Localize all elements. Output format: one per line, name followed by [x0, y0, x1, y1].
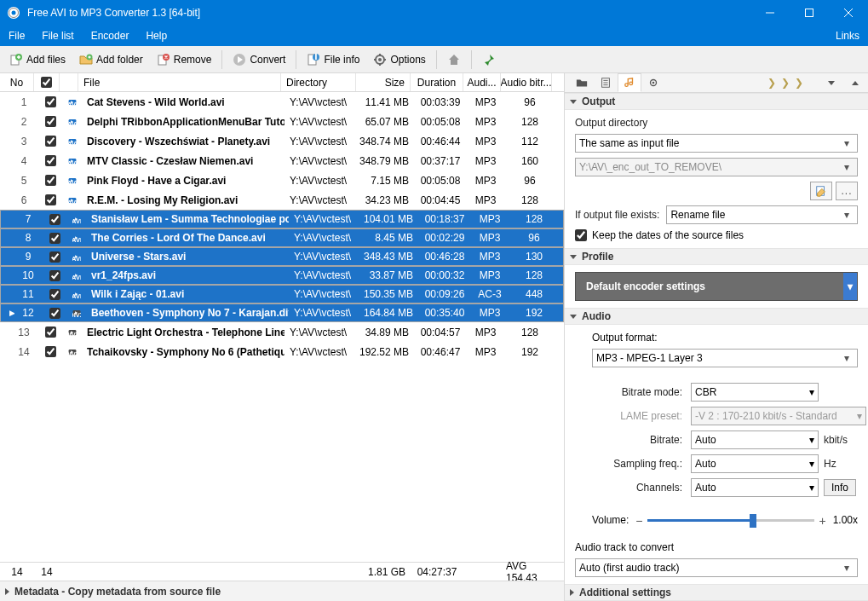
- table-row[interactable]: 7AVIStanisław Lem - Summa Technologiae p…: [0, 210, 564, 228]
- volume-slider[interactable]: −+: [635, 512, 825, 528]
- svg-text:AVI: AVI: [68, 119, 77, 127]
- col-check[interactable]: [34, 73, 60, 91]
- svg-point-69: [652, 82, 655, 84]
- menu-encoder[interactable]: Encoder: [83, 26, 138, 46]
- row-check[interactable]: [49, 308, 60, 319]
- toolbar: Add files Add folder Remove Convert iFil…: [0, 46, 868, 73]
- row-check[interactable]: [49, 289, 60, 300]
- table-row[interactable]: 1AVICat Stevens - Wild World.aviY:\AV\vc…: [0, 92, 564, 112]
- check-all[interactable]: [41, 77, 52, 88]
- tab-folder[interactable]: [570, 73, 594, 92]
- remove-button[interactable]: Remove: [151, 49, 218, 70]
- options-button[interactable]: Options: [367, 49, 431, 70]
- row-check[interactable]: [45, 327, 56, 338]
- svg-text:DIVX: DIVX: [68, 350, 77, 357]
- maximize-button[interactable]: [790, 0, 829, 26]
- row-check[interactable]: [45, 175, 56, 186]
- svg-text:AVI: AVI: [72, 274, 81, 281]
- section-output[interactable]: Output: [565, 93, 868, 110]
- col-file[interactable]: File: [78, 73, 281, 91]
- table-row[interactable]: 9AVIUniverse - Stars.aviY:\AV\vctest\348…: [0, 247, 564, 266]
- track-label: Audio track to convert: [575, 541, 674, 553]
- output-dir-combo[interactable]: The same as input file▾: [575, 134, 858, 153]
- menu-help[interactable]: Help: [137, 26, 175, 46]
- file-list-pane: No File Directory Size Duration Audi... …: [0, 73, 565, 601]
- table-row[interactable]: 13DIVXElectric Light Orchestra - Telepho…: [0, 322, 564, 342]
- menu-links[interactable]: Links: [827, 26, 868, 46]
- col-duration[interactable]: Duration: [411, 73, 463, 91]
- section-additional[interactable]: Additional settings: [565, 584, 868, 601]
- lame-preset-combo: -V 2 : 170-210 kbit/s - Standard▾: [691, 407, 866, 425]
- nav-up[interactable]: [844, 73, 868, 92]
- minimize-button[interactable]: [750, 0, 790, 26]
- channels-combo[interactable]: Auto▾: [691, 478, 819, 497]
- menu-file[interactable]: File: [0, 26, 33, 46]
- table-row[interactable]: 4AVIMTV Classic - Czesław Niemen.aviY:\A…: [0, 151, 564, 170]
- row-check[interactable]: [45, 155, 56, 166]
- output-path-combo[interactable]: Y:\AV\_enc_out_TO_REMOVE\▾: [575, 158, 858, 176]
- bitrate-mode-combo[interactable]: CBR▾: [691, 383, 819, 402]
- svg-point-17: [378, 58, 382, 61]
- collapse-icon: [570, 100, 577, 104]
- nav-down[interactable]: [820, 73, 844, 92]
- edit-path-button[interactable]: [810, 182, 832, 200]
- file-info-button[interactable]: iFile info: [301, 49, 365, 70]
- track-combo[interactable]: Auto (first audio track)▾: [575, 558, 858, 577]
- svg-text:AVI: AVI: [68, 139, 77, 147]
- table-row[interactable]: 10AVIvr1_24fps.aviY:\AV\vctest\33.87 MB0…: [0, 266, 564, 285]
- row-check[interactable]: [45, 136, 56, 147]
- row-check[interactable]: [49, 214, 60, 225]
- keep-dates-check[interactable]: Keep the dates of the source files: [575, 229, 858, 241]
- col-size[interactable]: Size: [356, 73, 411, 91]
- format-label: Output format:: [592, 332, 658, 344]
- pin-button[interactable]: [476, 49, 502, 70]
- convert-button[interactable]: Convert: [227, 49, 291, 70]
- svg-text:AVI: AVI: [72, 255, 81, 263]
- tab-settings[interactable]: [641, 73, 665, 92]
- col-audio[interactable]: Audi...: [463, 73, 501, 91]
- svg-text:AVI: AVI: [68, 198, 77, 205]
- tab-audio[interactable]: [618, 73, 641, 92]
- table-row[interactable]: 5AVIPink Floyd - Have a Cigar.aviY:\AV\v…: [0, 170, 564, 190]
- format-combo[interactable]: MP3 - MPEG-1 Layer 3▾: [592, 349, 858, 367]
- col-bitrate[interactable]: Audio bitr...: [501, 73, 552, 91]
- home-button[interactable]: [441, 49, 467, 70]
- sampling-combo[interactable]: Auto▾: [691, 454, 819, 473]
- browse-path-button[interactable]: ...: [836, 182, 858, 200]
- add-folder-button[interactable]: Add folder: [73, 49, 149, 70]
- svg-text:AVI: AVI: [72, 217, 81, 225]
- close-button[interactable]: [829, 0, 868, 26]
- bitrate-combo[interactable]: Auto▾: [691, 431, 819, 449]
- table-row[interactable]: 2AVIDelphi TRibbonApplicationMenuBar Tut…: [0, 112, 564, 131]
- menu-filelist[interactable]: File list: [33, 26, 82, 46]
- row-check[interactable]: [49, 270, 60, 281]
- table-row[interactable]: 11AVIWilk i Zając - 01.aviY:\AV\vctest\1…: [0, 285, 564, 303]
- section-audio[interactable]: Audio: [565, 308, 868, 325]
- table-row[interactable]: 6AVIR.E.M. - Losing My Religion.aviY:\AV…: [0, 190, 564, 210]
- row-check[interactable]: [45, 96, 56, 107]
- profile-combo[interactable]: Default encoder settings▾: [575, 272, 858, 301]
- svg-text:AVI: AVI: [72, 292, 81, 300]
- table-body[interactable]: 1AVICat Stevens - Wild World.aviY:\AV\vc…: [0, 92, 564, 562]
- settings-pane: ❯❯❯ Output Output directory The same as …: [565, 73, 868, 601]
- nav-arrows[interactable]: ❯❯❯: [756, 73, 820, 92]
- row-check[interactable]: [45, 346, 56, 357]
- row-check[interactable]: [49, 251, 60, 263]
- metadata-bar[interactable]: Metadata - Copy metadata from source fil…: [0, 581, 564, 601]
- info-button[interactable]: Info: [824, 479, 856, 496]
- table-footer: 14 14 1.81 GB 04:27:37 AVG 154.43: [0, 562, 564, 581]
- exists-combo[interactable]: Rename file▾: [666, 205, 858, 224]
- add-files-button[interactable]: Add files: [3, 49, 72, 70]
- table-row[interactable]: ▶12DIVXBeethoven - Symphony No 7 - Karaj…: [0, 303, 564, 322]
- tab-doc[interactable]: [594, 73, 618, 92]
- row-check[interactable]: [45, 116, 56, 127]
- section-profile[interactable]: Profile: [565, 248, 868, 265]
- row-check[interactable]: [49, 233, 60, 244]
- col-directory[interactable]: Directory: [281, 73, 356, 91]
- row-check[interactable]: [45, 194, 56, 205]
- table-row[interactable]: 3AVIDiscovery - Wszechświat - Planety.av…: [0, 131, 564, 151]
- table-row[interactable]: 8AVIThe Corries - Lord Of The Dance.aviY…: [0, 228, 564, 247]
- col-no[interactable]: No: [0, 73, 34, 91]
- right-tabs: ❯❯❯: [565, 73, 868, 93]
- table-row[interactable]: 14DIVXTchaikovsky - Symphony No 6 (Pathe…: [0, 342, 564, 361]
